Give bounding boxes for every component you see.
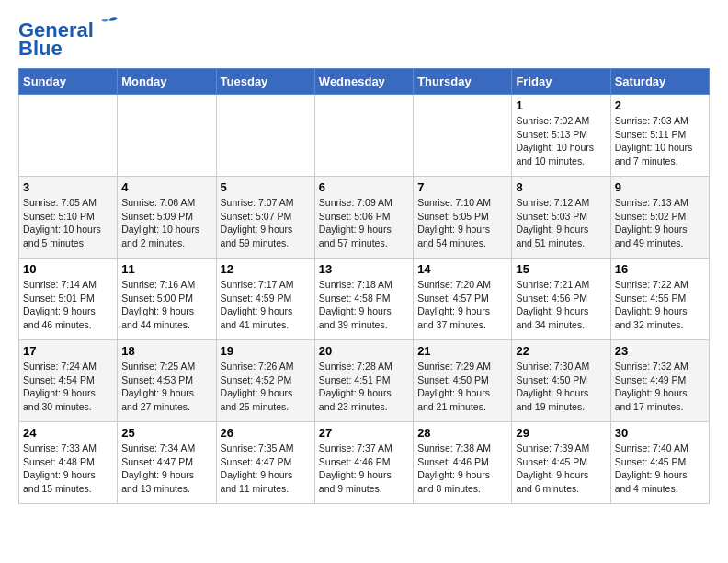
day-info: Sunrise: 7:29 AM Sunset: 4:50 PM Dayligh… <box>417 360 507 414</box>
calendar-week-0: 1Sunrise: 7:02 AM Sunset: 5:13 PM Daylig… <box>19 95 710 177</box>
day-number: 16 <box>615 262 705 276</box>
day-info: Sunrise: 7:17 AM Sunset: 4:59 PM Dayligh… <box>221 278 311 332</box>
calendar-cell: 9Sunrise: 7:13 AM Sunset: 5:02 PM Daylig… <box>610 177 709 259</box>
day-number: 17 <box>23 344 113 358</box>
logo: General Blue <box>18 18 121 59</box>
day-info: Sunrise: 7:24 AM Sunset: 4:54 PM Dayligh… <box>23 360 113 414</box>
day-info: Sunrise: 7:39 AM Sunset: 4:45 PM Dayligh… <box>516 442 606 496</box>
calendar-week-4: 24Sunrise: 7:33 AM Sunset: 4:48 PM Dayli… <box>19 422 710 504</box>
day-info: Sunrise: 7:33 AM Sunset: 4:48 PM Dayligh… <box>23 442 113 496</box>
calendar-cell: 2Sunrise: 7:03 AM Sunset: 5:11 PM Daylig… <box>610 95 709 177</box>
calendar-cell: 8Sunrise: 7:12 AM Sunset: 5:03 PM Daylig… <box>512 177 610 259</box>
calendar-cell: 19Sunrise: 7:26 AM Sunset: 4:52 PM Dayli… <box>216 340 314 422</box>
calendar-cell: 12Sunrise: 7:17 AM Sunset: 4:59 PM Dayli… <box>216 259 314 340</box>
day-info: Sunrise: 7:21 AM Sunset: 4:56 PM Dayligh… <box>516 278 606 332</box>
weekday-header-saturday: Saturday <box>610 69 709 95</box>
calendar: SundayMondayTuesdayWednesdayThursdayFrid… <box>18 68 710 504</box>
day-info: Sunrise: 7:03 AM Sunset: 5:11 PM Dayligh… <box>615 114 705 168</box>
day-info: Sunrise: 7:13 AM Sunset: 5:02 PM Dayligh… <box>615 196 705 250</box>
day-number: 29 <box>516 426 606 440</box>
day-info: Sunrise: 7:22 AM Sunset: 4:55 PM Dayligh… <box>615 278 705 332</box>
calendar-cell: 20Sunrise: 7:28 AM Sunset: 4:51 PM Dayli… <box>314 340 413 422</box>
weekday-header-tuesday: Tuesday <box>216 69 314 95</box>
weekday-header-monday: Monday <box>118 69 216 95</box>
day-number: 25 <box>121 426 211 440</box>
day-number: 26 <box>221 426 311 440</box>
calendar-cell: 26Sunrise: 7:35 AM Sunset: 4:47 PM Dayli… <box>216 422 314 504</box>
day-info: Sunrise: 7:18 AM Sunset: 4:58 PM Dayligh… <box>319 278 409 332</box>
header: General Blue <box>18 18 710 59</box>
day-number: 3 <box>23 180 113 194</box>
calendar-cell: 21Sunrise: 7:29 AM Sunset: 4:50 PM Dayli… <box>414 340 512 422</box>
calendar-cell: 23Sunrise: 7:32 AM Sunset: 4:49 PM Dayli… <box>610 340 709 422</box>
day-number: 5 <box>221 180 311 194</box>
day-info: Sunrise: 7:12 AM Sunset: 5:03 PM Dayligh… <box>516 196 606 250</box>
calendar-header: SundayMondayTuesdayWednesdayThursdayFrid… <box>19 69 710 95</box>
calendar-cell: 4Sunrise: 7:06 AM Sunset: 5:09 PM Daylig… <box>118 177 216 259</box>
day-info: Sunrise: 7:40 AM Sunset: 4:45 PM Dayligh… <box>615 442 705 496</box>
day-number: 28 <box>417 426 507 440</box>
calendar-cell: 15Sunrise: 7:21 AM Sunset: 4:56 PM Dayli… <box>512 259 610 340</box>
calendar-week-1: 3Sunrise: 7:05 AM Sunset: 5:10 PM Daylig… <box>19 177 710 259</box>
day-info: Sunrise: 7:25 AM Sunset: 4:53 PM Dayligh… <box>121 360 211 414</box>
day-info: Sunrise: 7:05 AM Sunset: 5:10 PM Dayligh… <box>23 196 113 250</box>
day-number: 13 <box>319 262 409 276</box>
day-number: 6 <box>319 180 409 194</box>
logo-bird-icon <box>96 17 121 37</box>
day-number: 9 <box>615 180 705 194</box>
calendar-cell <box>314 95 413 177</box>
calendar-cell: 3Sunrise: 7:05 AM Sunset: 5:10 PM Daylig… <box>19 177 118 259</box>
day-info: Sunrise: 7:37 AM Sunset: 4:46 PM Dayligh… <box>319 442 409 496</box>
calendar-cell <box>19 95 118 177</box>
day-info: Sunrise: 7:34 AM Sunset: 4:47 PM Dayligh… <box>121 442 211 496</box>
day-number: 10 <box>23 262 113 276</box>
day-number: 21 <box>417 344 507 358</box>
day-info: Sunrise: 7:30 AM Sunset: 4:50 PM Dayligh… <box>516 360 606 414</box>
day-number: 18 <box>121 344 211 358</box>
calendar-cell <box>118 95 216 177</box>
day-info: Sunrise: 7:20 AM Sunset: 4:57 PM Dayligh… <box>417 278 507 332</box>
day-number: 7 <box>417 180 507 194</box>
day-info: Sunrise: 7:14 AM Sunset: 5:01 PM Dayligh… <box>23 278 113 332</box>
calendar-week-2: 10Sunrise: 7:14 AM Sunset: 5:01 PM Dayli… <box>19 259 710 340</box>
day-info: Sunrise: 7:10 AM Sunset: 5:05 PM Dayligh… <box>417 196 507 250</box>
day-number: 11 <box>121 262 211 276</box>
weekday-header-friday: Friday <box>512 69 610 95</box>
calendar-cell: 22Sunrise: 7:30 AM Sunset: 4:50 PM Dayli… <box>512 340 610 422</box>
calendar-cell: 18Sunrise: 7:25 AM Sunset: 4:53 PM Dayli… <box>118 340 216 422</box>
calendar-cell: 13Sunrise: 7:18 AM Sunset: 4:58 PM Dayli… <box>314 259 413 340</box>
calendar-cell: 7Sunrise: 7:10 AM Sunset: 5:05 PM Daylig… <box>414 177 512 259</box>
calendar-cell: 29Sunrise: 7:39 AM Sunset: 4:45 PM Dayli… <box>512 422 610 504</box>
calendar-cell: 28Sunrise: 7:38 AM Sunset: 4:46 PM Dayli… <box>414 422 512 504</box>
day-number: 2 <box>615 98 705 112</box>
calendar-cell: 6Sunrise: 7:09 AM Sunset: 5:06 PM Daylig… <box>314 177 413 259</box>
day-number: 19 <box>221 344 311 358</box>
calendar-cell: 5Sunrise: 7:07 AM Sunset: 5:07 PM Daylig… <box>216 177 314 259</box>
calendar-cell: 27Sunrise: 7:37 AM Sunset: 4:46 PM Dayli… <box>314 422 413 504</box>
calendar-week-3: 17Sunrise: 7:24 AM Sunset: 4:54 PM Dayli… <box>19 340 710 422</box>
day-info: Sunrise: 7:06 AM Sunset: 5:09 PM Dayligh… <box>121 196 211 250</box>
calendar-cell: 16Sunrise: 7:22 AM Sunset: 4:55 PM Dayli… <box>610 259 709 340</box>
weekday-header-thursday: Thursday <box>414 69 512 95</box>
day-info: Sunrise: 7:07 AM Sunset: 5:07 PM Dayligh… <box>221 196 311 250</box>
day-number: 22 <box>516 344 606 358</box>
day-number: 20 <box>319 344 409 358</box>
calendar-cell: 14Sunrise: 7:20 AM Sunset: 4:57 PM Dayli… <box>414 259 512 340</box>
day-number: 14 <box>417 262 507 276</box>
calendar-cell: 24Sunrise: 7:33 AM Sunset: 4:48 PM Dayli… <box>19 422 118 504</box>
day-info: Sunrise: 7:38 AM Sunset: 4:46 PM Dayligh… <box>417 442 507 496</box>
day-info: Sunrise: 7:09 AM Sunset: 5:06 PM Dayligh… <box>319 196 409 250</box>
day-number: 1 <box>516 98 606 112</box>
calendar-cell: 25Sunrise: 7:34 AM Sunset: 4:47 PM Dayli… <box>118 422 216 504</box>
day-number: 12 <box>221 262 311 276</box>
calendar-cell <box>216 95 314 177</box>
day-number: 4 <box>121 180 211 194</box>
day-number: 8 <box>516 180 606 194</box>
calendar-cell: 1Sunrise: 7:02 AM Sunset: 5:13 PM Daylig… <box>512 95 610 177</box>
calendar-cell <box>414 95 512 177</box>
day-info: Sunrise: 7:28 AM Sunset: 4:51 PM Dayligh… <box>319 360 409 414</box>
weekday-header-wednesday: Wednesday <box>314 69 413 95</box>
calendar-cell: 10Sunrise: 7:14 AM Sunset: 5:01 PM Dayli… <box>19 259 118 340</box>
calendar-cell: 11Sunrise: 7:16 AM Sunset: 5:00 PM Dayli… <box>118 259 216 340</box>
day-info: Sunrise: 7:26 AM Sunset: 4:52 PM Dayligh… <box>221 360 311 414</box>
